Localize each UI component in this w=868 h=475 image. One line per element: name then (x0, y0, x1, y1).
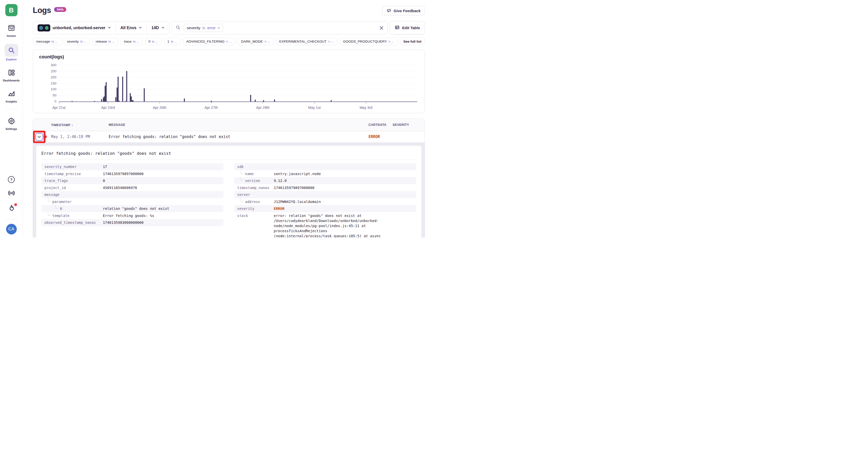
broadcast-button[interactable] (7, 190, 16, 198)
search-icon (176, 25, 181, 31)
row-message: Error fetching goods: relation "goods" d… (109, 134, 369, 139)
sort-descending-icon: ↓ (71, 123, 73, 127)
detail-field-key: version (237, 178, 274, 183)
y-axis-tick-label: 250 (46, 69, 56, 73)
chart-bar[interactable] (132, 100, 133, 101)
detail-field-key: server (237, 192, 274, 197)
chart-bar[interactable] (250, 95, 251, 101)
edit-table-label: Edit Table (402, 26, 420, 30)
react-project-icon (38, 24, 45, 31)
chart-bar[interactable] (94, 101, 95, 101)
detail-field-key: timestamp_precise (44, 171, 103, 176)
x-axis-tick-label: Apr 21st (52, 106, 65, 110)
chart-bar[interactable] (106, 82, 107, 101)
help-button[interactable]: ? (8, 176, 15, 183)
chart-bar[interactable] (274, 99, 275, 101)
detail-field-key: stack (237, 213, 274, 218)
log-row[interactable]: May 1, 2:46:19 PM Error fetching goods: … (33, 131, 425, 142)
x-axis-tick-label: Apr 25th (153, 106, 166, 110)
chart-bar[interactable] (263, 100, 264, 101)
detail-field-value: Error fetching goods: %s (103, 213, 154, 218)
environment-selector[interactable]: All Envs (116, 21, 147, 34)
chart-bar[interactable] (101, 99, 102, 101)
see-full-list-chip[interactable]: See full list (400, 38, 425, 45)
detail-field-row: 0relation "goods" does not exist (41, 205, 223, 212)
sidebar-item-settings[interactable]: Settings (5, 116, 18, 130)
project-selector-label: unborked, unborked-server (53, 26, 105, 30)
detail-field-row: version9.12.0 (234, 177, 416, 184)
column-header-message[interactable]: MESSAGE (109, 123, 369, 127)
schema-chip[interactable]: EXPERIMENTAL_CHECKOUT> ... (276, 38, 337, 45)
schema-chip[interactable]: DARK_MODE> ... (238, 38, 273, 45)
search-clear-button[interactable] (379, 26, 384, 30)
schema-chip[interactable]: ADVANCED_FILTERING> ... (183, 38, 235, 45)
detail-field-value: error: relation "goods" does not exist a… (274, 213, 383, 238)
schema-chip[interactable]: traceis ... (121, 38, 143, 45)
expanded-row-zone: Error fetching goods: relation "goods" d… (33, 142, 425, 238)
detail-field-row: addressJ12PWN42YQ.localdomain (234, 198, 416, 205)
chart-bar[interactable] (125, 101, 126, 101)
schema-chip[interactable]: messageis ... (33, 38, 61, 45)
schema-chip[interactable]: 0is ... (145, 38, 161, 45)
chart-bar[interactable] (255, 100, 256, 101)
gridline (59, 83, 417, 83)
search-bar[interactable]: severity is error × (172, 21, 388, 35)
sidebar-item-insights[interactable]: Insights (5, 89, 18, 103)
detail-field-value: J12PWN42YQ.localdomain (274, 199, 321, 204)
log-detail-panel: Error fetching goods: relation "goods" d… (36, 145, 422, 238)
chevron-down-icon (161, 26, 164, 30)
date-range-selector[interactable]: 14D (147, 21, 169, 34)
x-axis-tick (263, 102, 263, 104)
sidebar-item-issues[interactable]: Issues (5, 23, 18, 37)
chart-bar[interactable] (122, 77, 123, 101)
detail-fields-left: severity_number17timestamp_precise174613… (41, 163, 223, 238)
edit-table-button[interactable]: Edit Table (390, 21, 425, 35)
bar-chart[interactable]: 050100150200250300Apr 21stApr 23rdApr 25… (59, 66, 417, 102)
tree-elbow-icon (48, 198, 51, 202)
chart-bar[interactable] (126, 71, 127, 101)
detail-field-row: timestamp_nanos1746135979897000000 (234, 184, 416, 191)
project-selector[interactable]: unborked, unborked-server (33, 21, 116, 34)
give-feedback-button[interactable]: Give Feedback (382, 6, 425, 15)
row-severity-badge: ERROR (369, 134, 393, 139)
chart-bar[interactable] (144, 88, 145, 101)
column-header-severity[interactable]: SEVERITY (393, 123, 425, 127)
detail-field-value: 17 (103, 164, 107, 169)
sidebar-divider (5, 109, 18, 109)
token-remove-icon[interactable]: × (218, 26, 220, 30)
chart-bar[interactable] (72, 101, 73, 101)
whats-new-button[interactable] (8, 204, 15, 213)
chart-bar[interactable] (184, 98, 185, 101)
logs-table: TIMESTAMP ↓ MESSAGE CARTDATA SEVERITY Ma… (33, 118, 425, 238)
row-expand-button[interactable] (35, 133, 43, 141)
sidebar-item-dashboards[interactable]: Dashboards (3, 67, 20, 82)
chart-bar[interactable] (119, 101, 120, 101)
x-axis-tick (159, 102, 160, 104)
schema-chip[interactable]: severityis ... (64, 38, 90, 45)
main-content: Logs beta Give Feedback (23, 0, 434, 238)
chart-bar[interactable] (331, 100, 332, 101)
notification-dot (14, 203, 17, 206)
x-axis-tick (314, 102, 315, 104)
table-header-row: TIMESTAMP ↓ MESSAGE CARTDATA SEVERITY (33, 119, 425, 131)
sidebar-item-explore[interactable]: Explore (5, 44, 18, 61)
detail-field-key: severity_number (44, 164, 103, 169)
chart-bar[interactable] (211, 101, 212, 101)
gear-icon (5, 116, 18, 126)
column-header-timestamp[interactable]: TIMESTAMP ↓ (51, 123, 109, 127)
detail-field-value: 1746135979897000000 (274, 185, 314, 190)
detail-field-key: parameter (44, 199, 103, 204)
schema-chip[interactable]: 1is ... (164, 38, 180, 45)
give-feedback-label: Give Feedback (394, 9, 421, 13)
search-token-severity[interactable]: severity is error × (184, 24, 223, 32)
schema-chip[interactable]: releaseis ... (92, 38, 118, 45)
chart-bar[interactable] (118, 77, 119, 101)
schema-chip[interactable]: GOODS_PRODUCTQUERY> ... (340, 38, 397, 45)
detail-field-key: project_id (44, 185, 103, 190)
detail-field-key: address (237, 199, 274, 204)
x-axis-tick (366, 102, 366, 104)
user-avatar[interactable]: CA (6, 224, 17, 234)
column-header-cartdata[interactable]: CARTDATA (369, 123, 393, 127)
org-logo[interactable]: B (5, 4, 18, 16)
project-icons (38, 24, 50, 31)
